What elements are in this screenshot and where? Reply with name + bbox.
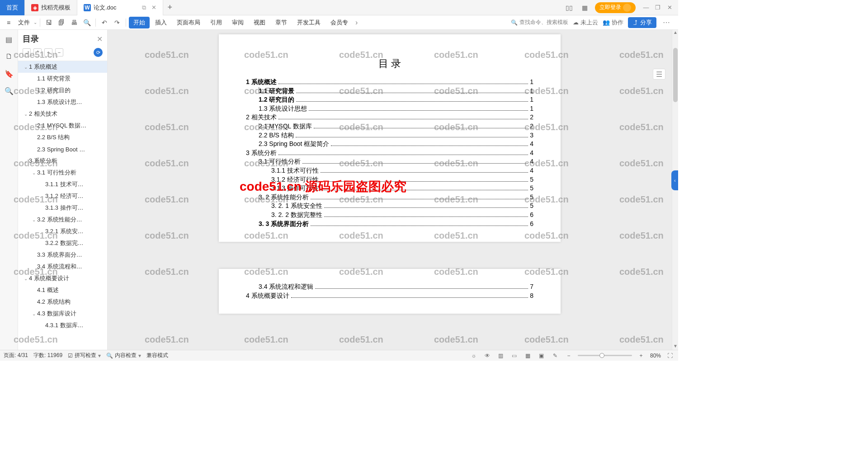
doc-toc-row[interactable]: 2 相关技术2 xyxy=(246,113,533,122)
layout-icon[interactable]: ▯▯ xyxy=(564,3,574,13)
outline-icon[interactable]: ▤ xyxy=(3,33,15,45)
menu-会员专[interactable]: 会员专 xyxy=(326,17,353,28)
undo-icon[interactable]: ↶ xyxy=(99,17,110,28)
print-icon[interactable]: 🖶 xyxy=(68,17,80,28)
toc-item[interactable]: ⌄4.3 数据库设计 xyxy=(18,308,107,320)
toc-item[interactable]: 3.4 系统流程和… xyxy=(18,261,107,273)
redo-icon[interactable]: ↷ xyxy=(111,17,123,28)
toc-item[interactable]: 3.3 系统界面分… xyxy=(18,249,107,261)
toc-item[interactable]: 1.1 研究背景 xyxy=(18,73,107,85)
more-menu[interactable]: ⋯ xyxy=(661,18,672,27)
view2-icon[interactable]: ▭ xyxy=(510,351,519,360)
toc-item[interactable]: ⌄2 相关技术 xyxy=(18,108,107,120)
right-handle[interactable]: ‹ xyxy=(671,170,678,190)
doc-toc-row[interactable]: 1.1 研究背景1 xyxy=(246,87,533,96)
toc-item[interactable]: ⌄1 系统概述 xyxy=(18,61,107,73)
menu-引用[interactable]: 引用 xyxy=(206,17,226,28)
compat-mode[interactable]: 兼容模式 xyxy=(146,352,168,359)
share-button[interactable]: ⮥分享 xyxy=(628,17,656,28)
zoom-slider[interactable] xyxy=(578,355,632,356)
add-button[interactable]: + xyxy=(44,48,52,56)
toc-item[interactable]: 4.3.1 数据库… xyxy=(18,320,107,331)
view4-icon[interactable]: ▣ xyxy=(537,351,546,360)
maximize-button[interactable]: ❐ xyxy=(653,3,663,13)
doc-toc-row[interactable]: 3.4 系统流程和逻辑7 xyxy=(246,282,533,292)
toc-item[interactable]: ⌄4 系统概要设计 xyxy=(18,273,107,284)
remove-button[interactable]: − xyxy=(55,48,63,56)
toc-item[interactable]: ⌄3 系统分析 xyxy=(18,155,107,167)
page-indicator[interactable]: 页面: 4/31 xyxy=(4,352,28,359)
toc-item[interactable]: 3.1.3 操作可… xyxy=(18,202,107,214)
doc-toc-row[interactable]: 3. 2. 2 数据完整性6 xyxy=(246,211,533,220)
toc-item[interactable]: 2.1 MYSQL 数据… xyxy=(18,120,107,132)
preview-icon[interactable]: 🔍 xyxy=(81,17,93,28)
doc-toc-row[interactable]: 3.1.2 经济可行性5 xyxy=(246,175,533,184)
doc-toc-row[interactable]: 1 系统概述1 xyxy=(246,78,533,87)
toc-panel-close[interactable]: ✕ xyxy=(97,35,103,43)
view3-icon[interactable]: ▦ xyxy=(524,351,533,360)
doc-toc-row[interactable]: 2.1 MYSQL 数据库2 xyxy=(246,122,533,131)
login-button[interactable]: 立即登录 xyxy=(595,2,636,13)
zoom-in[interactable]: + xyxy=(637,351,646,360)
toc-item[interactable]: 3.2.2 数据完… xyxy=(18,237,107,249)
doc-toc-row[interactable]: 1.2 研究目的1 xyxy=(246,95,533,104)
home-tab[interactable]: 首页 xyxy=(0,0,25,15)
doc-toc-row[interactable]: 3 系统分析4 xyxy=(246,149,533,158)
edit-mode-icon[interactable]: ✎ xyxy=(551,351,560,360)
view1-icon[interactable]: ▥ xyxy=(496,351,505,360)
search-input[interactable]: 🔍 查找命令、搜索模板 xyxy=(511,19,568,26)
cloud-status[interactable]: ☁未上云 xyxy=(573,19,598,27)
focus-mode-icon[interactable]: ☼ xyxy=(469,351,478,360)
doc-toc-row[interactable]: 2.2 B/S 结构3 xyxy=(246,131,533,140)
hamburger-icon[interactable]: ≡ xyxy=(3,17,14,28)
close-button[interactable]: ✕ xyxy=(665,3,675,13)
doc-toc-row[interactable]: 1.3 系统设计思想1 xyxy=(246,104,533,113)
scroll-up[interactable]: ▲ xyxy=(672,30,678,36)
fullscreen-icon[interactable]: ⛶ xyxy=(665,351,675,360)
toc-item[interactable]: 3.1.2 经济可… xyxy=(18,190,107,202)
refresh-button[interactable]: ⟳ xyxy=(94,48,103,57)
zoom-out[interactable]: − xyxy=(564,351,573,360)
expand-all-button[interactable]: ⌃ xyxy=(33,48,42,56)
saveas-icon[interactable]: 🗐 xyxy=(56,17,67,28)
find-icon[interactable]: 🔍 xyxy=(3,85,15,97)
coop-button[interactable]: 👥协作 xyxy=(603,19,623,27)
spellcheck-toggle[interactable]: ☑拼写检查▾ xyxy=(68,352,101,359)
scroll-thumb[interactable] xyxy=(673,48,678,102)
toc-item[interactable]: 4.1 概述 xyxy=(18,284,107,296)
tab-templates[interactable]: ◈ 找稻壳模板 xyxy=(25,0,77,15)
menu-审阅[interactable]: 审阅 xyxy=(227,17,248,28)
toc-item[interactable]: ⌄3.1 可行性分析 xyxy=(18,167,107,179)
zoom-level[interactable]: 80% xyxy=(650,353,661,359)
doc-toc-row[interactable]: 2.3 Spring Boot 框架简介4 xyxy=(246,140,533,149)
toc-item[interactable]: 2.2 B/S 结构 xyxy=(18,132,107,143)
collapse-all-button[interactable]: ⌄ xyxy=(23,48,31,56)
tab-close[interactable]: ✕ xyxy=(151,4,156,11)
apps-icon[interactable]: ▦ xyxy=(580,3,590,13)
menu-页面布局[interactable]: 页面布局 xyxy=(172,17,205,28)
doc-toc-row[interactable]: 3. 3 系统界面分析6 xyxy=(246,220,533,229)
toc-item[interactable]: 1.2 研究目的 xyxy=(18,85,107,96)
word-count[interactable]: 字数: 11969 xyxy=(33,352,62,359)
eye-icon[interactable]: 👁 xyxy=(483,351,492,360)
toc-item[interactable]: ⌄3.2 系统性能分… xyxy=(18,214,107,226)
toc-item[interactable]: 3.2.1 系统安… xyxy=(18,226,107,237)
doc-toc-row[interactable]: 3.1 可行性分析4 xyxy=(246,157,533,166)
menu-scroll-right[interactable]: › xyxy=(354,19,359,27)
toolbox-button[interactable]: ☰ xyxy=(653,69,665,80)
scroll-down[interactable]: ▼ xyxy=(672,343,678,350)
doc-toc-row[interactable]: 3.1.1 技术可行性4 xyxy=(246,166,533,175)
contentcheck-toggle[interactable]: 🔍内容检查▾ xyxy=(106,352,141,359)
toc-item[interactable]: 4.2 系统结构 xyxy=(18,296,107,308)
toc-item[interactable]: 1.3 系统设计思… xyxy=(18,96,107,108)
minimize-button[interactable]: — xyxy=(641,3,651,13)
tab-document[interactable]: W 论文.doc ⧉ ✕ xyxy=(77,0,163,15)
page-icon[interactable]: 🗋 xyxy=(3,51,15,62)
toc-item[interactable]: 3.1.1 技术可… xyxy=(18,179,107,190)
menu-章节[interactable]: 章节 xyxy=(271,17,292,28)
doc-toc-row[interactable]: 4 系统概要设计8 xyxy=(246,292,533,301)
menu-开发工具[interactable]: 开发工具 xyxy=(292,17,325,28)
file-menu[interactable]: 文件 xyxy=(15,19,33,27)
doc-toc-row[interactable]: 3. 2 系统性能分析5 xyxy=(246,193,533,202)
menu-插入[interactable]: 插入 xyxy=(151,17,171,28)
